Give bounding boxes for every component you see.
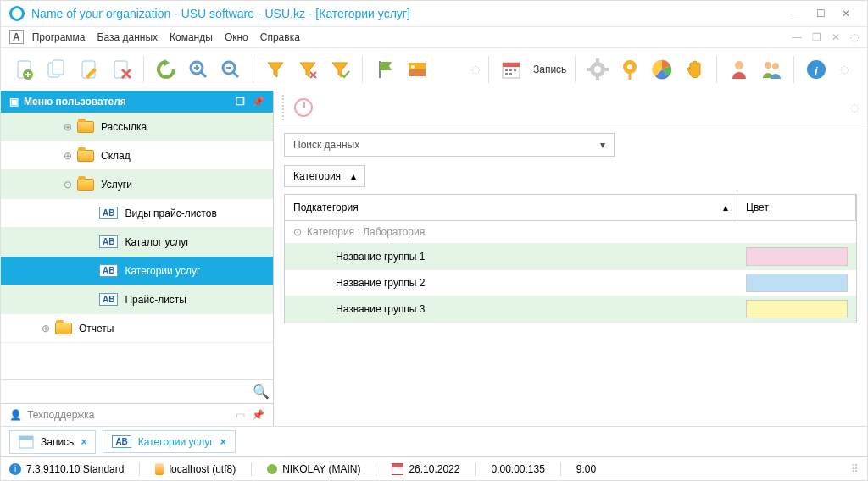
image-icon[interactable]	[403, 56, 431, 83]
gear-icon[interactable]	[584, 56, 611, 83]
minimize-button[interactable]: —	[782, 5, 808, 22]
delete-doc-icon[interactable]	[108, 56, 135, 83]
support-label[interactable]: Техподдержка	[27, 409, 95, 421]
status-grip-icon[interactable]: ⠿	[851, 463, 859, 475]
support-window-icon[interactable]: ▭	[236, 409, 245, 421]
flag-icon[interactable]	[371, 56, 398, 83]
mdi-restore-icon[interactable]: ❐	[812, 31, 821, 43]
tree-item[interactable]: ABКаталог услуг	[1, 228, 273, 257]
new-doc-icon[interactable]	[11, 56, 38, 83]
sidebar-window-icon[interactable]: ❐	[236, 96, 245, 108]
cell-color	[746, 300, 848, 318]
pin-icon[interactable]	[616, 56, 643, 83]
mdi-help-icon[interactable]: ◌	[850, 31, 859, 43]
svg-rect-16	[505, 73, 508, 75]
status-user: NIKOLAY (MAIN)	[282, 463, 360, 475]
font-indicator: A	[9, 30, 24, 44]
filter-icon[interactable]	[262, 56, 289, 83]
maximize-button[interactable]: ☐	[808, 5, 833, 22]
svg-rect-17	[509, 73, 512, 75]
expand-icon[interactable]: ⊕	[40, 323, 52, 334]
svg-rect-13	[505, 69, 508, 71]
search-dropdown[interactable]: Поиск данных ▾	[284, 133, 615, 157]
grid-row[interactable]: Название группы 1	[285, 244, 856, 270]
chevron-up-icon: ▴	[351, 170, 356, 182]
grid-group-row[interactable]: ⊙ Категория : Лаборатория	[285, 221, 856, 244]
copy-doc-icon[interactable]	[43, 56, 70, 83]
menu-program[interactable]: Программа	[32, 31, 86, 43]
support-bar: 👤 Техподдержка ▭ 📌	[1, 403, 273, 426]
tree-item[interactable]: ABВиды прайс-листов	[1, 199, 273, 228]
svg-rect-12	[503, 63, 520, 67]
filter-remove-icon[interactable]	[294, 56, 321, 83]
support-pin-icon[interactable]: 📌	[252, 409, 264, 421]
sidebar-pin-icon[interactable]: 📌	[252, 96, 264, 108]
mdi-minimize-icon[interactable]: —	[792, 31, 802, 43]
filter-ok-icon[interactable]	[326, 56, 353, 83]
col-subcategory[interactable]: Подкатегория▴	[285, 195, 737, 220]
tree-item[interactable]: ⊙Услуги	[1, 170, 273, 199]
grid-row[interactable]: Название группы 2	[285, 270, 856, 296]
cell-name: Название группы 1	[285, 244, 737, 269]
sidebar-header: ▣ Меню пользователя ❐ 📌	[1, 91, 273, 113]
tree-item-label: Отчеты	[79, 323, 114, 334]
menubar: A Программа База данных Команды Окно Спр…	[1, 26, 867, 48]
svg-point-27	[735, 61, 743, 69]
status-bar: i7.3.9110.10 Standard localhost (utf8) N…	[1, 456, 867, 480]
search-icon[interactable]: 🔍	[253, 384, 270, 399]
menu-window[interactable]: Окно	[225, 31, 248, 43]
tree-item[interactable]: ABКатегории услуг	[1, 257, 273, 285]
collapse-icon[interactable]: ⊙	[293, 226, 302, 238]
svg-rect-14	[509, 69, 512, 71]
record-label[interactable]: Запись	[533, 64, 566, 75]
svg-rect-33	[19, 436, 33, 440]
cell-name: Название группы 2	[285, 270, 737, 296]
tree-item-label: Прайс-листы	[125, 294, 186, 306]
tree-item-label: Услуги	[101, 179, 132, 191]
menu-commands[interactable]: Команды	[170, 31, 213, 43]
sidebar: ▣ Меню пользователя ❐ 📌 ⊕Рассылка⊕Склад⊙…	[1, 91, 274, 426]
info-icon[interactable]: i	[803, 56, 830, 83]
svg-rect-15	[514, 69, 516, 71]
zoom-out-icon[interactable]	[217, 56, 244, 83]
color-icon[interactable]	[648, 56, 676, 83]
svg-point-25	[627, 64, 632, 69]
svg-point-19	[594, 66, 601, 73]
clock-icon[interactable]	[294, 98, 313, 117]
tab-record[interactable]: Запись ×	[9, 430, 96, 454]
col-color[interactable]: Цвет	[737, 195, 856, 220]
svg-rect-22	[587, 68, 591, 71]
user-icon[interactable]	[726, 56, 753, 83]
users-icon[interactable]	[758, 56, 785, 83]
tab-close-icon[interactable]: ×	[81, 436, 86, 448]
tab-close-icon[interactable]: ×	[220, 436, 226, 448]
close-button[interactable]: ✕	[833, 5, 859, 22]
hand-icon[interactable]	[681, 56, 708, 83]
expand-icon[interactable]: ⊙	[62, 179, 74, 191]
svg-point-28	[765, 62, 771, 69]
menu-database[interactable]: База данных	[97, 31, 158, 43]
sidebar-title: Меню пользователя	[24, 96, 126, 108]
content: ◌ Поиск данных ▾ Категория ▴ Подкатегори…	[274, 91, 867, 426]
refresh-icon[interactable]	[153, 56, 180, 83]
tree-item[interactable]: ABПрайс-листы	[1, 285, 273, 314]
zoom-in-icon[interactable]	[185, 56, 212, 83]
tree-item[interactable]: ⊕Рассылка	[1, 113, 273, 141]
tree-item[interactable]: ⊕Отчеты	[1, 314, 273, 343]
expand-icon[interactable]: ⊕	[62, 121, 74, 133]
svg-point-29	[772, 63, 779, 69]
mdi-close-icon[interactable]: ✕	[832, 31, 840, 43]
toolbar: ◌ Запись i ◌	[1, 48, 867, 91]
calendar-icon[interactable]	[498, 56, 525, 83]
group-chip[interactable]: Категория ▴	[284, 165, 365, 187]
cal-icon	[392, 463, 403, 475]
svg-rect-3	[53, 60, 64, 75]
window-title: Name of your organization - USU software…	[31, 7, 782, 20]
content-head-btn[interactable]: ◌	[850, 102, 859, 113]
edit-doc-icon[interactable]	[75, 56, 103, 83]
tree-item[interactable]: ⊕Склад	[1, 141, 273, 170]
tab-categories[interactable]: AB Категории услуг ×	[103, 430, 235, 453]
menu-help[interactable]: Справка	[260, 31, 300, 43]
expand-icon[interactable]: ⊕	[62, 150, 74, 162]
grid-row[interactable]: Название группы 3	[285, 296, 856, 323]
